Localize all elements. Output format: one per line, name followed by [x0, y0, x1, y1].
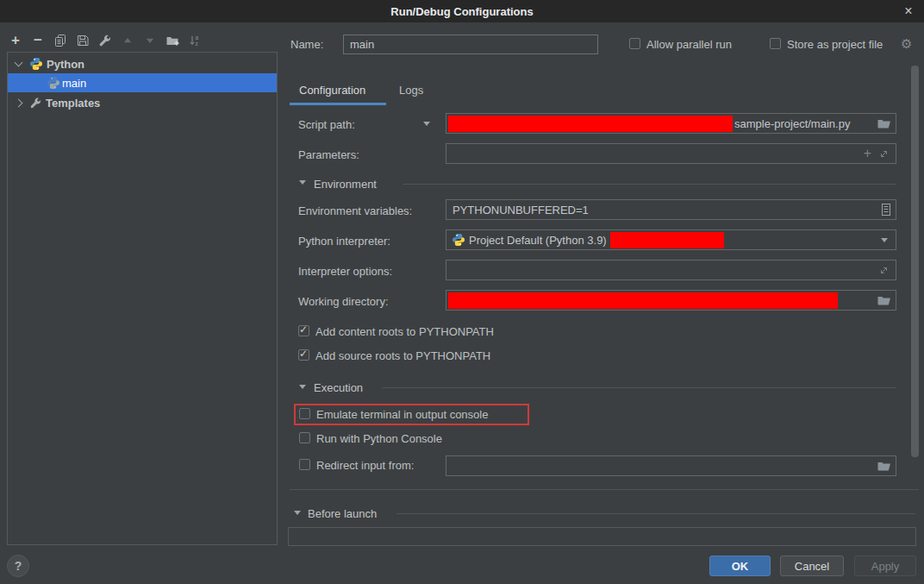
- parameters-field[interactable]: +: [446, 143, 896, 164]
- before-launch-task-list[interactable]: [288, 527, 916, 546]
- interpreter-options-field[interactable]: [446, 260, 896, 280]
- templates-wrench-icon: [28, 96, 42, 110]
- gear-icon[interactable]: ⚙: [901, 38, 912, 50]
- add-content-roots-checkbox[interactable]: ✓: [298, 325, 309, 336]
- copy-configuration-icon[interactable]: [53, 34, 67, 47]
- expand-field-icon[interactable]: [878, 265, 890, 276]
- script-path-label: Script path:: [298, 118, 355, 131]
- folder-browse-icon[interactable]: [877, 294, 891, 306]
- emulate-terminal-label: Emulate terminal in output console: [316, 408, 488, 421]
- redaction-block: [448, 292, 838, 309]
- name-input[interactable]: [343, 35, 598, 54]
- emulate-terminal-checkbox[interactable]: [299, 408, 310, 419]
- active-tab-underline: [290, 103, 386, 105]
- tree-label-python: Python: [47, 58, 84, 71]
- add-configuration-icon[interactable]: +: [9, 34, 22, 47]
- tab-logs[interactable]: Logs: [399, 84, 423, 97]
- section-divider: [396, 513, 915, 514]
- configurations-toolbar: + − az: [9, 33, 202, 48]
- section-divider: [403, 184, 896, 185]
- check-icon: ✓: [299, 348, 308, 360]
- python-logo-icon: [452, 233, 465, 247]
- redirect-input-label: Redirect input from:: [316, 459, 414, 472]
- ok-button[interactable]: OK: [709, 556, 771, 576]
- add-source-roots-label: Add source roots to PYTHONPATH: [315, 349, 490, 362]
- dropdown-caret-icon[interactable]: [881, 238, 888, 242]
- tree-item-python-group[interactable]: Python: [8, 54, 277, 73]
- working-directory-field[interactable]: [446, 290, 896, 311]
- move-up-icon[interactable]: [121, 34, 134, 47]
- remove-configuration-icon[interactable]: −: [31, 34, 45, 47]
- sort-configurations-icon[interactable]: az: [188, 34, 202, 47]
- check-icon: ✓: [299, 323, 308, 336]
- allow-parallel-run-checkbox[interactable]: [629, 38, 640, 49]
- python-interpreter-label: Python interpreter:: [298, 235, 390, 248]
- run-with-python-console-checkbox[interactable]: [299, 432, 310, 443]
- environment-variables-field[interactable]: PYTHONUNBUFFERED=1: [446, 199, 896, 220]
- script-path-dropdown-caret-icon[interactable]: [423, 122, 430, 126]
- execution-section-title[interactable]: Execution: [314, 381, 363, 394]
- redirect-input-field[interactable]: [446, 455, 896, 476]
- add-macro-plus-icon[interactable]: +: [864, 146, 871, 161]
- expand-field-icon[interactable]: [878, 148, 890, 160]
- name-label: Name:: [290, 38, 323, 51]
- script-path-value: sample-project/main.py: [733, 117, 850, 130]
- tab-configuration[interactable]: Configuration: [299, 84, 365, 97]
- configurations-tree-panel: Python main Templates: [7, 52, 278, 545]
- allow-parallel-run-label: Allow parallel run: [646, 38, 732, 51]
- before-launch-section-title[interactable]: Before launch: [308, 507, 377, 520]
- redaction-block: [448, 116, 733, 132]
- execution-collapse-caret-icon[interactable]: [299, 385, 306, 389]
- svg-text:a: a: [196, 35, 199, 41]
- environment-collapse-caret-icon[interactable]: [299, 180, 306, 185]
- save-configuration-icon[interactable]: [76, 34, 90, 47]
- new-folder-icon[interactable]: [165, 34, 179, 47]
- redaction-block: [610, 232, 724, 248]
- tree-label-templates: Templates: [46, 97, 100, 110]
- tree-label-main: main: [62, 77, 86, 90]
- chevron-right-icon[interactable]: [15, 98, 23, 107]
- scroll-area-border: [290, 489, 919, 490]
- dialog-title: Run/Debug Configurations: [390, 5, 533, 18]
- close-icon[interactable]: ×: [900, 3, 917, 20]
- store-as-project-file-label: Store as project file: [787, 38, 883, 51]
- apply-button[interactable]: Apply: [854, 556, 916, 576]
- section-divider: [382, 387, 896, 388]
- svg-text:z: z: [196, 41, 198, 47]
- python-logo-icon: [47, 76, 60, 90]
- folder-browse-icon[interactable]: [877, 117, 891, 129]
- title-bar: Run/Debug Configurations ×: [0, 0, 924, 22]
- cancel-button[interactable]: Cancel: [780, 556, 844, 576]
- working-directory-label: Working directory:: [298, 295, 389, 308]
- environment-section-title[interactable]: Environment: [314, 178, 377, 191]
- folder-browse-icon[interactable]: [877, 460, 891, 472]
- vertical-scrollbar-thumb[interactable]: [911, 66, 919, 457]
- before-launch-collapse-caret-icon[interactable]: [294, 511, 301, 515]
- help-icon: ?: [15, 559, 22, 573]
- python-logo-icon: [29, 57, 43, 71]
- store-as-project-file-checkbox[interactable]: [770, 38, 781, 49]
- python-interpreter-value: Project Default (Python 3.9): [465, 234, 607, 247]
- python-interpreter-select[interactable]: Project Default (Python 3.9): [446, 229, 896, 250]
- edit-variables-list-icon[interactable]: [882, 204, 890, 216]
- environment-variables-value: PYTHONUNBUFFERED=1: [446, 204, 589, 217]
- tree-item-templates-group[interactable]: Templates: [8, 93, 277, 112]
- parameters-label: Parameters:: [298, 148, 359, 161]
- script-path-field[interactable]: sample-project/main.py: [446, 113, 896, 134]
- chevron-down-icon[interactable]: [15, 59, 23, 67]
- tree-item-main-selected[interactable]: main: [8, 73, 277, 92]
- help-button[interactable]: ?: [7, 555, 29, 577]
- add-content-roots-label: Add content roots to PYTHONPATH: [315, 325, 494, 338]
- run-debug-configurations-dialog: Run/Debug Configurations × + − az: [0, 0, 924, 584]
- move-down-icon[interactable]: [143, 34, 157, 47]
- add-source-roots-checkbox[interactable]: ✓: [298, 349, 309, 361]
- edit-templates-wrench-icon[interactable]: [98, 34, 112, 47]
- environment-variables-label: Environment variables:: [298, 204, 412, 217]
- interpreter-options-label: Interpreter options:: [298, 265, 392, 278]
- run-with-python-console-label: Run with Python Console: [316, 432, 442, 445]
- redirect-input-checkbox[interactable]: [299, 459, 310, 470]
